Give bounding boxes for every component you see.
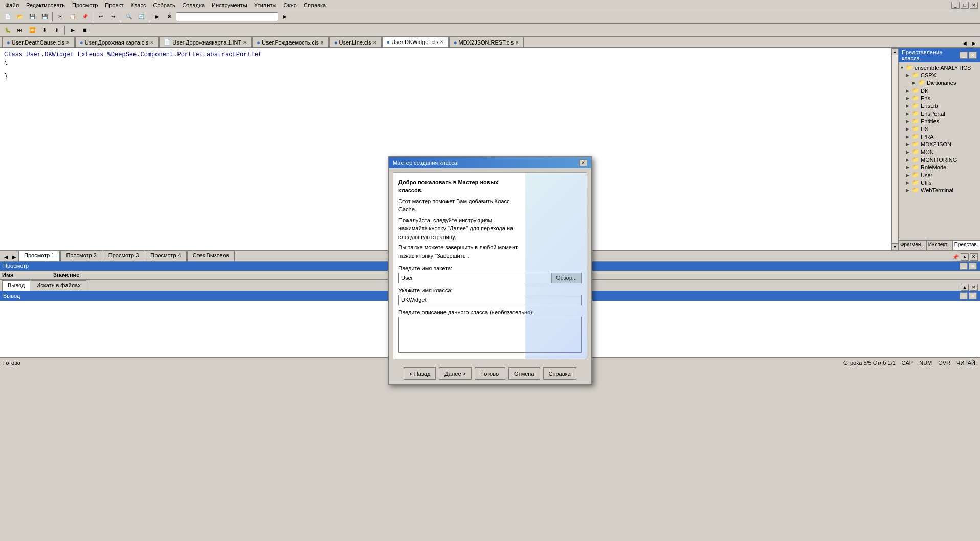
help-button[interactable]: Справка bbox=[543, 367, 576, 380]
desc-textarea[interactable] bbox=[398, 317, 582, 353]
modal-description: Добро пожаловать в Мастер новых классов.… bbox=[398, 178, 521, 261]
modal-overlay: Мастер создания класса ✕ Добро пожаловат… bbox=[0, 0, 980, 541]
modal-title: Мастер создания класса bbox=[393, 160, 457, 166]
modal-content: Добро пожаловать в Мастер новых классов.… bbox=[389, 172, 591, 360]
modal-desc2: Пожалуйста, следуйте инструкциям, нажима… bbox=[398, 216, 521, 242]
modal-welcome-title: Добро пожаловать в Мастер новых классов. bbox=[398, 179, 498, 194]
desc-label: Введите описание данного класса (необяза… bbox=[398, 309, 582, 315]
modal-desc3: Вы также можете завершить в любой момент… bbox=[398, 243, 521, 260]
modal-close-button[interactable]: ✕ bbox=[579, 159, 587, 166]
class-input[interactable] bbox=[398, 295, 582, 305]
next-button[interactable]: Далее > bbox=[439, 367, 472, 380]
package-input[interactable] bbox=[398, 273, 549, 283]
modal-inner: Добро пожаловать в Мастер новых классов.… bbox=[393, 172, 587, 360]
package-label: Введите имя пакета: bbox=[398, 265, 582, 271]
finish-button[interactable]: Готово bbox=[475, 367, 505, 380]
package-row: Обзор... bbox=[398, 273, 582, 283]
modal-footer: < Назад Далее > Готово Отмена Справка bbox=[389, 363, 591, 384]
modal-titlebar: Мастер создания класса ✕ bbox=[389, 157, 591, 168]
class-label: Укажите имя класса: bbox=[398, 287, 582, 293]
back-button[interactable]: < Назад bbox=[404, 367, 436, 380]
browse-button[interactable]: Обзор... bbox=[551, 273, 582, 283]
cancel-button[interactable]: Отмена bbox=[508, 367, 540, 380]
modal-desc1: Этот мастер поможет Вам добавить Класс C… bbox=[398, 197, 521, 214]
modal-window: Мастер создания класса ✕ Добро пожаловат… bbox=[388, 156, 592, 385]
